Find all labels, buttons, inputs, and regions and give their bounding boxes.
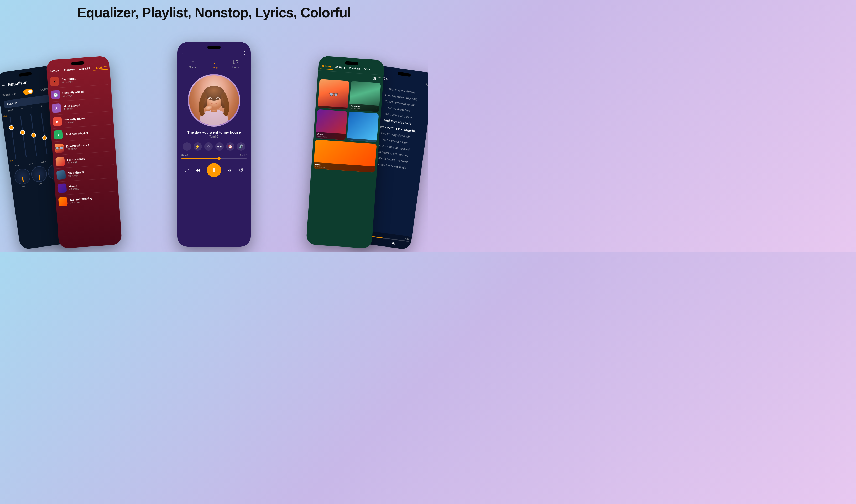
pl-info-most-played: Most played 48 songs: [63, 102, 110, 110]
main-tabs: ≡ Queue ♪ Song LR Lyrics: [177, 58, 251, 70]
main-tab-queue[interactable]: ≡ Queue: [187, 58, 199, 70]
pl-info-download: Download music 123 songs: [66, 142, 113, 150]
phone-main: ← ⋮ ≡ Queue ♪ Song LR Lyrics: [177, 42, 251, 247]
alarm-control[interactable]: ⏰: [226, 142, 234, 151]
pl-icon-add: +: [54, 130, 63, 140]
ly-next-btn[interactable]: ⏭: [391, 241, 395, 246]
time-current: 04:48: [181, 154, 188, 157]
eq-dial-2-label: MIN: [33, 182, 48, 185]
pl-img-game: [57, 183, 67, 193]
main-back-icon[interactable]: ←: [181, 50, 187, 56]
eq-back-icon[interactable]: ←: [1, 83, 6, 88]
main-more-icon[interactable]: ⋮: [242, 50, 247, 55]
page-title: Equalizer, Playlist, Nonstop, Lyrics, Co…: [0, 0, 428, 23]
al-overlay-5: Dance «Unknown»: [313, 162, 375, 173]
playlist-add-control[interactable]: +≡: [215, 142, 224, 151]
speed-control[interactable]: 1.0: [183, 142, 191, 151]
main-tab-lyrics[interactable]: LR Lyrics: [230, 58, 241, 70]
pl-icon-heart: ♥: [50, 77, 59, 86]
shuffle-btn[interactable]: ⇌: [184, 167, 189, 173]
al-item-2[interactable]: Ringtone «Unknown» ⋮: [349, 81, 381, 112]
pl-img-summer: [58, 197, 68, 206]
eq-bar-4[interactable]: [40, 107, 48, 159]
progress-times: 04:48 05:17: [181, 154, 247, 157]
progress-bar[interactable]: [181, 158, 247, 159]
svg-point-9: [217, 98, 219, 99]
pl-tab-playlist[interactable]: PLAYLIST: [93, 65, 108, 71]
eq-15db-label: 15dB: [3, 115, 7, 117]
phone-camera-main: [208, 46, 220, 49]
repeat-btn[interactable]: ↺: [239, 167, 244, 173]
al-item-1-name: [319, 107, 346, 109]
progress-thumb[interactable]: [217, 157, 220, 160]
eq-thumb-4[interactable]: [42, 135, 47, 141]
al-item-1[interactable]: ⋮: [318, 79, 350, 110]
phone-albums: ALBUMS ARTISTS PLAYLIST BOOK ⊞ ≡ ⋮ Ringt…: [306, 56, 385, 249]
eq-bar-1[interactable]: [9, 112, 17, 164]
al-dots-1[interactable]: ⋮: [343, 105, 347, 109]
al-item-4-name: [349, 139, 375, 141]
main-tab-song[interactable]: ♪ Song: [209, 58, 219, 70]
eq-thumb-2[interactable]: [20, 130, 25, 135]
eq-dial-group-1: MAX: [14, 167, 32, 188]
list-view-icon[interactable]: ≡: [378, 76, 381, 81]
eq-dial-1[interactable]: [14, 167, 32, 185]
al-grid: ⋮ Ringtone «Unknown» ⋮ Game «Unknown» ⋮: [311, 78, 383, 174]
al-item-4[interactable]: ⋮: [347, 111, 379, 143]
eq-thumb-3[interactable]: [31, 132, 36, 138]
pl-tab-songs[interactable]: SONGS: [49, 69, 61, 74]
eq-toggle[interactable]: [23, 88, 33, 95]
al-item-3[interactable]: Game «Unknown» ⋮: [315, 109, 347, 140]
main-tab-song-label: Song: [211, 66, 217, 69]
eq-dial-group-2: MIN: [30, 165, 48, 185]
eq-bar-3[interactable]: [30, 109, 38, 161]
al-tab-playlist[interactable]: PLAYLIST: [348, 66, 361, 72]
phone-playlist: SONGS ALBUMS ARTISTS PLAYLIST ♥ Favourit…: [46, 56, 122, 249]
eq-bar-2[interactable]: [19, 110, 27, 162]
eq-neg15db-label: -15dB: [8, 160, 13, 162]
al-dots-2[interactable]: ⋮: [375, 107, 378, 111]
pl-info-game: Game 40 songs: [69, 182, 115, 191]
main-tab-queue-label: Queue: [189, 66, 197, 69]
svg-point-8: [210, 98, 211, 99]
al-item-5[interactable]: Dance «Unknown» ⋮: [313, 140, 376, 173]
al-tab-albums[interactable]: ALBUMS: [320, 64, 333, 70]
song-icon: ♪: [213, 59, 216, 65]
pl-tab-artists[interactable]: ARTISTS: [78, 66, 91, 72]
grid-view-icon[interactable]: ⊞: [373, 76, 376, 81]
pause-icon: ⏸: [211, 167, 217, 174]
pl-info-soundtrack: Soundtrack 08 songs: [68, 168, 114, 177]
al-dots-3[interactable]: ⋮: [341, 135, 345, 139]
eq-control[interactable]: ⚡: [194, 142, 202, 151]
pl-tab-albums[interactable]: ALBUMS: [63, 67, 76, 73]
ly-time-total: 5:30: [405, 237, 410, 240]
next-btn[interactable]: ⏭: [227, 167, 233, 173]
play-pause-btn[interactable]: ⏸: [207, 163, 221, 177]
main-song-title: The day you went to my house: [177, 129, 251, 135]
main-tab-lyrics-label: Lyrics: [232, 66, 239, 69]
pl-info-funny: Funny songs 35 songs: [67, 155, 113, 164]
pl-img-funny: [55, 157, 65, 166]
queue-icon: ≡: [192, 59, 194, 65]
al-dots-4[interactable]: ⋮: [373, 137, 376, 141]
pl-icon-recent: 🕐: [51, 90, 60, 100]
prev-btn[interactable]: ⏮: [195, 167, 201, 173]
progress-fill: [181, 158, 220, 159]
al-dots-5[interactable]: ⋮: [371, 168, 374, 172]
pl-img-soundtrack: [56, 170, 66, 180]
volume-control[interactable]: 🔊: [237, 142, 245, 151]
main-artwork-wrap: [177, 70, 251, 129]
pl-info-add-playlist: Add new playlist: [65, 130, 112, 136]
heart-control[interactable]: ♡: [204, 142, 213, 151]
eq-preset-label: Custom: [7, 101, 17, 106]
eq-thumb-1[interactable]: [9, 125, 14, 130]
al-overlay-4: [347, 138, 377, 142]
eq-dial-2[interactable]: [30, 165, 48, 183]
al-tab-book[interactable]: BOOK: [363, 67, 372, 72]
al-tab-artists[interactable]: ARTISTS: [334, 65, 346, 71]
main-song-artist: Tand G: [177, 135, 251, 141]
main-playback: ⇌ ⏮ ⏸ ⏭ ↺: [177, 160, 251, 180]
al-item-1-sub: [319, 107, 346, 109]
main-header: ← ⋮: [177, 42, 251, 58]
ly-settings-icon[interactable]: ⚙: [426, 82, 428, 87]
